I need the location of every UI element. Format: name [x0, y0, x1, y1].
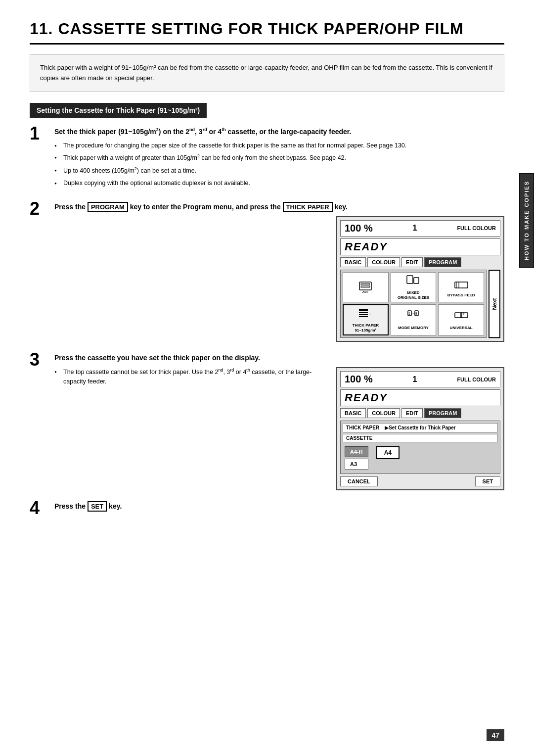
screen-copies-1: 1 [413, 224, 417, 233]
step-1: 1 Set the thick paper (91~105g/m2) on th… [30, 127, 504, 191]
screen-top-bar-2: 100 % 1 FULL COLOUR [340, 371, 500, 387]
svg-rect-5 [414, 278, 419, 284]
svg-rect-12 [359, 316, 368, 317]
cancel-button[interactable]: CANCEL [340, 476, 378, 486]
bullet-1-3: Up to 400 sheets (105g/m2) can be set at… [54, 166, 504, 176]
screen-colour-2: FULL COLOUR [457, 377, 496, 382]
step-3-screen: 100 % 1 FULL COLOUR READY BASIC COLOUR E… [336, 367, 504, 490]
icon-universal: + UNIVERSAL [438, 304, 484, 335]
tab-basic-2: BASIC [340, 408, 366, 418]
step-2: 2 Press the PROGRAM key to enter the Pro… [30, 202, 504, 342]
cassette-a4r[interactable]: A4-R [345, 446, 368, 457]
intro-box: Thick paper with a weight of 91~105g/m² … [30, 54, 504, 92]
icon-mixed: MIXEDORIGINAL SIZES [391, 272, 437, 302]
step-1-bullets: The procedure for changing the paper siz… [54, 141, 504, 188]
svg-text:1: 1 [408, 312, 410, 315]
screen-percent-2: 100 % [345, 374, 373, 385]
svg-text:+: + [462, 311, 465, 317]
tab-colour-2: COLOUR [367, 408, 400, 418]
mode-memory-label: MODE MEMORY [398, 326, 429, 331]
step-number-4: 4 [30, 499, 54, 517]
intro-text: Thick paper with a weight of 91~105g/m² … [40, 63, 494, 84]
sidebar-label: HOW TO MAKE COPIES [524, 181, 530, 260]
svg-rect-2 [361, 286, 370, 287]
screen-tabs-2: BASIC COLOUR EDIT PROGRAM [340, 408, 500, 418]
bullet-1-2: Thick paper with a weight of greater tha… [54, 153, 504, 163]
thick-paper-icon: → [358, 307, 373, 322]
step-4-content: Press the SET key. [54, 501, 504, 516]
section-heading: Setting the Cassette for Thick Paper (91… [30, 103, 207, 118]
cassette-list: A4-R A3 [345, 446, 368, 470]
next-button[interactable]: Next [489, 270, 500, 338]
step-2-text [54, 216, 326, 342]
screen-copies-2: 1 [413, 375, 417, 384]
svg-text:8: 8 [415, 312, 417, 315]
screen-ready-1: READY [340, 238, 500, 255]
page-number: 47 [487, 729, 504, 741]
adf-icon: ADF [358, 280, 373, 295]
set-key: SET [88, 501, 107, 512]
icon-bypass: BYPASS FEED [438, 272, 484, 302]
step-number-3: 3 [30, 351, 54, 369]
svg-rect-6 [455, 282, 468, 288]
page-title: 11. CASSETTE SETTING FOR THICK PAPER/OHP… [30, 20, 504, 45]
icon-thick-paper: → THICK PAPER91~105g/m² [343, 304, 389, 335]
tab-edit-2: EDIT [401, 408, 423, 418]
tab-basic-1: BASIC [340, 257, 366, 267]
mixed-label: MIXEDORIGINAL SIZES [398, 290, 429, 300]
program-key: PROGRAM [88, 202, 128, 212]
step-3: 3 Press the cassette you have set the th… [30, 353, 504, 490]
tab-program-2: PROGRAM [424, 408, 461, 418]
step-2-title: Press the PROGRAM key to enter the Progr… [54, 202, 504, 212]
step-number-2: 2 [30, 200, 54, 218]
svg-rect-10 [359, 312, 368, 313]
screen-tabs-1: BASIC COLOUR EDIT PROGRAM [340, 257, 500, 267]
cassette-a3[interactable]: A3 [345, 459, 368, 470]
icon-mode-memory: 1 → 8 MODE MEMORY [391, 304, 437, 335]
svg-text:→: → [368, 312, 372, 316]
thick-paper-key: THICK PAPER [283, 202, 333, 212]
bullet-1-1: The procedure for changing the paper siz… [54, 141, 504, 150]
screen-top-bar-1: 100 % 1 FULL COLOUR [340, 220, 500, 236]
step-3-body: The top cassette cannot be set for thick… [54, 367, 504, 490]
universal-label: UNIVERSAL [450, 326, 473, 331]
svg-rect-11 [359, 314, 368, 315]
bullet-1-4: Duplex copying with the optional automat… [54, 179, 504, 188]
step-4: 4 Press the SET key. [30, 501, 504, 517]
step-2-content: Press the PROGRAM key to enter the Progr… [54, 202, 504, 342]
step-3-bullets: The top cassette cannot be set for thick… [54, 367, 326, 386]
screen-mockup-1: 100 % 1 FULL COLOUR READY BASIC COLOUR E… [336, 216, 504, 342]
cassette-a4[interactable]: A4 [376, 446, 400, 459]
svg-text:ADF: ADF [362, 290, 369, 293]
screen-ready-2: READY [340, 389, 500, 406]
bypass-icon [454, 277, 469, 292]
mixed-icon [406, 275, 421, 289]
bypass-label: BYPASS FEED [447, 293, 475, 298]
screen-colour-1: FULL COLOUR [457, 225, 496, 231]
tab-edit-1: EDIT [401, 257, 423, 267]
svg-rect-4 [407, 276, 413, 284]
svg-rect-9 [359, 309, 368, 311]
thick-paper-label: THICK PAPER91~105g/m² [353, 323, 379, 332]
screen-percent-1: 100 % [345, 223, 373, 234]
universal-icon: + [454, 310, 469, 325]
icons-grid-1: ADF MIXEDORIGINAL SIZES [340, 270, 487, 338]
step-number-1: 1 [30, 125, 54, 142]
thick-paper-header: THICK PAPER ▶Set Cassette for Thick Pape… [343, 423, 498, 432]
mode-icon: 1 → 8 [406, 310, 421, 325]
svg-rect-1 [361, 284, 370, 285]
step-1-content: Set the thick paper (91~105g/m2) on the … [54, 127, 504, 191]
step-3-text: The top cassette cannot be set for thick… [54, 367, 326, 490]
step-4-title: Press the SET key. [54, 501, 504, 512]
cassette-area: THICK PAPER ▶Set Cassette for Thick Pape… [340, 421, 500, 474]
step-2-body: 100 % 1 FULL COLOUR READY BASIC COLOUR E… [54, 216, 504, 342]
sidebar-tab: HOW TO MAKE COPIES [519, 173, 534, 268]
set-button[interactable]: SET [475, 476, 500, 486]
step-3-title: Press the cassette you have set the thic… [54, 353, 504, 363]
tab-colour-1: COLOUR [367, 257, 400, 267]
step-1-title: Set the thick paper (91~105g/m2) on the … [54, 127, 504, 137]
screen-main-1: ADF MIXEDORIGINAL SIZES [340, 270, 500, 338]
bullet-3-1: The top cassette cannot be set for thick… [54, 367, 326, 386]
step-2-screen: 100 % 1 FULL COLOUR READY BASIC COLOUR E… [336, 216, 504, 342]
cassette-visual: A4-R A3 A4 [343, 444, 498, 472]
